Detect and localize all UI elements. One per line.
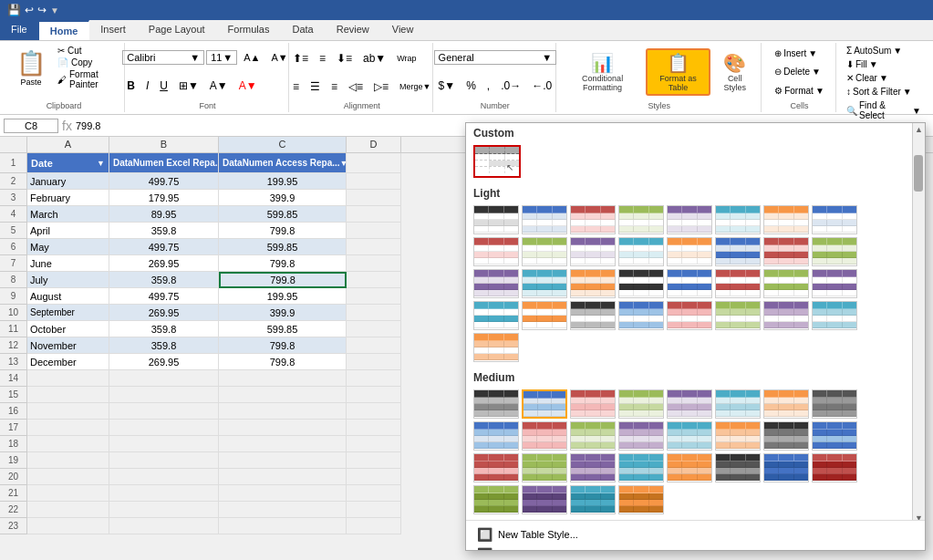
table-style-item[interactable] xyxy=(618,205,664,234)
copy-button[interactable]: 📄Copy xyxy=(55,57,119,68)
table-style-item[interactable] xyxy=(812,269,857,298)
table-style-item[interactable] xyxy=(763,389,809,419)
cell-d21[interactable] xyxy=(347,485,401,502)
cell-c4[interactable]: 599.85 xyxy=(219,206,347,223)
cell-d6[interactable] xyxy=(347,239,401,255)
row-num-22[interactable]: 22 xyxy=(0,502,26,518)
decrease-indent-button[interactable]: ◁≡ xyxy=(344,78,368,95)
format-cells-button[interactable]: ⚙Format▼ xyxy=(772,85,827,97)
tab-home[interactable]: Home xyxy=(39,20,90,40)
wrap-text-button[interactable]: Wrap xyxy=(392,52,420,65)
cell-c2[interactable]: 199.95 xyxy=(219,173,347,190)
cell-b1[interactable]: DataNumen Excel Repa...▼ xyxy=(109,153,219,173)
table-style-item[interactable] xyxy=(618,269,664,298)
table-style-item[interactable] xyxy=(570,269,616,298)
increase-indent-button[interactable]: ▷≡ xyxy=(369,78,393,95)
cell-b22[interactable] xyxy=(109,502,219,518)
scroll-thumb[interactable] xyxy=(914,155,923,192)
table-style-item[interactable] xyxy=(715,421,761,451)
row-num-8[interactable]: 8 xyxy=(0,272,26,288)
table-style-item[interactable] xyxy=(570,389,616,419)
tab-review[interactable]: Review xyxy=(326,20,381,40)
table-style-item[interactable] xyxy=(667,269,712,298)
cut-button[interactable]: ✂Cut xyxy=(55,45,119,57)
cell-b12[interactable]: 359.8 xyxy=(109,337,219,354)
percent-button[interactable]: % xyxy=(461,78,481,94)
cell-d22[interactable] xyxy=(347,502,401,518)
row-num-2[interactable]: 2 xyxy=(0,173,26,190)
cell-a16[interactable] xyxy=(27,403,109,420)
cell-c18[interactable] xyxy=(219,436,347,452)
cell-c17[interactable] xyxy=(219,420,347,436)
table-style-item[interactable] xyxy=(473,453,519,482)
table-style-item[interactable] xyxy=(667,301,712,330)
cell-c14[interactable] xyxy=(219,370,347,387)
table-style-item[interactable] xyxy=(618,301,664,330)
cell-d23[interactable] xyxy=(347,518,401,534)
cell-c8[interactable]: 799.8 xyxy=(219,272,347,288)
cell-c15[interactable] xyxy=(219,387,347,403)
cell-c6[interactable]: 599.85 xyxy=(219,239,347,255)
cell-d16[interactable] xyxy=(347,403,401,420)
cell-a4[interactable]: March xyxy=(27,206,109,223)
row-num-11[interactable]: 11 xyxy=(0,321,26,337)
table-style-item[interactable] xyxy=(618,421,664,451)
col-header-b[interactable]: B xyxy=(109,137,219,152)
table-style-item[interactable] xyxy=(763,301,809,330)
cell-a2[interactable]: January xyxy=(27,173,109,190)
merge-center-button[interactable]: Merge▼ xyxy=(395,80,435,93)
align-top-button[interactable]: ⬆≡ xyxy=(288,50,313,67)
cell-c21[interactable] xyxy=(219,485,347,502)
align-bottom-button[interactable]: ⬇≡ xyxy=(332,50,357,67)
cell-d12[interactable] xyxy=(347,337,401,354)
cell-a22[interactable] xyxy=(27,502,109,518)
cell-d5[interactable] xyxy=(347,223,401,239)
tab-data[interactable]: Data xyxy=(281,20,325,40)
table-style-item[interactable] xyxy=(715,237,761,266)
cell-d17[interactable] xyxy=(347,420,401,436)
align-right-button[interactable]: ≡ xyxy=(327,78,342,95)
table-style-item[interactable] xyxy=(618,389,664,419)
row-num-19[interactable]: 19 xyxy=(0,452,26,469)
increase-font-size-button[interactable]: A▲ xyxy=(239,50,264,65)
cell-b20[interactable] xyxy=(109,469,219,485)
table-style-item[interactable] xyxy=(522,389,567,419)
cell-a23[interactable] xyxy=(27,518,109,534)
cell-c12[interactable]: 799.8 xyxy=(219,337,347,354)
fill-button[interactable]: ⬇Fill▼ xyxy=(844,58,924,70)
cell-reference-box[interactable]: C8 xyxy=(4,119,58,133)
table-style-item[interactable] xyxy=(618,237,664,266)
cell-a6[interactable]: May xyxy=(27,239,109,255)
cell-a20[interactable] xyxy=(27,469,109,485)
table-style-item[interactable] xyxy=(570,205,616,234)
align-center-button[interactable]: ☰ xyxy=(306,78,325,95)
cell-c13[interactable]: 799.8 xyxy=(219,354,347,370)
table-style-item[interactable] xyxy=(473,421,519,451)
cell-b16[interactable] xyxy=(109,403,219,420)
table-style-item[interactable] xyxy=(522,453,567,482)
row-num-7[interactable]: 7 xyxy=(0,255,26,272)
row-num-1[interactable]: 1 xyxy=(0,153,26,173)
cell-d15[interactable] xyxy=(347,387,401,403)
table-style-item[interactable] xyxy=(570,301,616,330)
cell-a1[interactable]: Date▼ xyxy=(27,153,109,173)
col-header-c[interactable]: C xyxy=(219,137,347,152)
cell-b7[interactable]: 269.95 xyxy=(109,255,219,272)
cell-a10[interactable]: September xyxy=(27,305,109,321)
table-style-item[interactable] xyxy=(473,333,519,362)
table-style-item[interactable] xyxy=(715,453,761,482)
row-num-17[interactable]: 17 xyxy=(0,420,26,436)
redo-icon[interactable]: ↪ xyxy=(37,4,47,16)
cell-d2[interactable] xyxy=(347,173,401,190)
cell-c11[interactable]: 599.85 xyxy=(219,321,347,337)
row-num-21[interactable]: 21 xyxy=(0,485,26,502)
row-num-9[interactable]: 9 xyxy=(0,288,26,305)
fill-color-button[interactable]: A▼ xyxy=(205,78,233,94)
cell-d20[interactable] xyxy=(347,469,401,485)
bold-button[interactable]: B xyxy=(122,78,140,94)
cell-d4[interactable] xyxy=(347,206,401,223)
table-style-item[interactable] xyxy=(812,205,857,234)
row-num-20[interactable]: 20 xyxy=(0,469,26,485)
cell-a12[interactable]: November xyxy=(27,337,109,354)
cell-b11[interactable]: 359.8 xyxy=(109,321,219,337)
